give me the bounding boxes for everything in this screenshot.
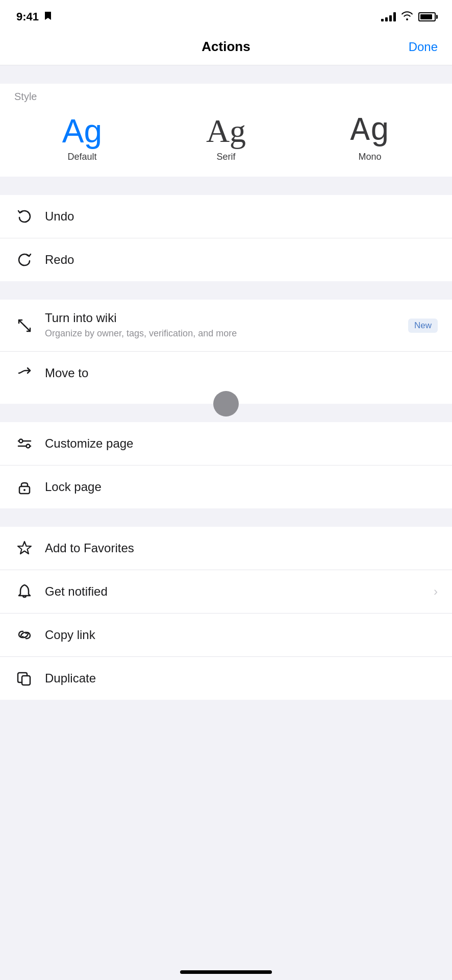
customize-page-item[interactable]: Customize page bbox=[0, 422, 452, 465]
customize-page-icon bbox=[14, 433, 35, 454]
style-option-mono[interactable]: Ag Mono bbox=[339, 115, 400, 162]
undo-label: Undo bbox=[45, 209, 74, 224]
add-to-favorites-item[interactable]: Add to Favorites bbox=[0, 527, 452, 570]
duplicate-item[interactable]: Duplicate bbox=[0, 657, 452, 700]
bell-icon bbox=[14, 581, 35, 602]
link-icon bbox=[14, 625, 35, 645]
get-notified-item[interactable]: Get notified › bbox=[0, 570, 452, 614]
status-icons bbox=[381, 11, 436, 22]
status-time: 9:41 bbox=[16, 10, 39, 23]
undo-icon bbox=[14, 206, 35, 227]
turn-into-wiki-item[interactable]: Turn into wiki Organize by owner, tags, … bbox=[0, 300, 452, 352]
style-options: Ag Default Ag Serif Ag Mono bbox=[0, 106, 452, 177]
home-indicator bbox=[180, 970, 272, 974]
style-ag-mono: Ag bbox=[350, 115, 390, 148]
lock-page-icon bbox=[14, 477, 35, 497]
done-button[interactable]: Done bbox=[409, 40, 438, 54]
undo-redo-section: Undo Redo bbox=[0, 195, 452, 281]
battery-icon bbox=[418, 12, 436, 21]
turn-into-wiki-icon bbox=[14, 315, 35, 336]
copy-link-item[interactable]: Copy link bbox=[0, 614, 452, 657]
scroll-indicator bbox=[213, 391, 239, 416]
bookmark-icon bbox=[44, 11, 52, 23]
get-notified-label: Get notified bbox=[45, 584, 108, 599]
lock-page-item[interactable]: Lock page bbox=[0, 465, 452, 508]
duplicate-icon bbox=[14, 668, 35, 689]
redo-label: Redo bbox=[45, 253, 74, 267]
wifi-icon bbox=[401, 11, 413, 22]
section-gap-1 bbox=[0, 65, 452, 84]
duplicate-label: Duplicate bbox=[45, 671, 96, 685]
redo-icon bbox=[14, 250, 35, 270]
svg-rect-7 bbox=[22, 676, 30, 685]
turn-into-wiki-sublabel: Organize by owner, tags, verification, a… bbox=[45, 327, 402, 340]
style-ag-serif: Ag bbox=[206, 115, 246, 148]
style-section: Style Ag Default Ag Serif Ag Mono bbox=[0, 84, 452, 177]
status-bar: 9:41 bbox=[0, 0, 452, 31]
page-title: Actions bbox=[202, 39, 250, 55]
get-notified-chevron-icon: › bbox=[434, 584, 438, 599]
lock-page-label: Lock page bbox=[45, 480, 102, 494]
customize-page-label: Customize page bbox=[45, 436, 133, 451]
undo-item[interactable]: Undo bbox=[0, 195, 452, 238]
style-option-serif[interactable]: Ag Serif bbox=[195, 115, 257, 162]
style-name-default: Default bbox=[67, 152, 96, 162]
style-ag-default: Ag bbox=[62, 115, 102, 148]
svg-point-5 bbox=[23, 489, 26, 491]
turn-into-wiki-label: Turn into wiki bbox=[45, 311, 402, 325]
move-to-label: Move to bbox=[45, 366, 88, 380]
actions-header: Actions Done bbox=[0, 31, 452, 65]
svg-point-3 bbox=[27, 445, 30, 448]
add-to-favorites-label: Add to Favorites bbox=[45, 541, 134, 555]
signal-icon bbox=[381, 12, 396, 21]
style-label: Style bbox=[0, 84, 452, 106]
favorites-section: Add to Favorites Get notified › Copy lin… bbox=[0, 527, 452, 700]
svg-marker-6 bbox=[18, 542, 31, 554]
style-option-default[interactable]: Ag Default bbox=[52, 115, 113, 162]
star-icon bbox=[14, 538, 35, 558]
redo-item[interactable]: Redo bbox=[0, 238, 452, 281]
turn-into-wiki-content: Turn into wiki Organize by owner, tags, … bbox=[45, 311, 402, 340]
customize-lock-section: Customize page Lock page bbox=[0, 422, 452, 508]
section-gap-3 bbox=[0, 281, 452, 300]
move-to-icon bbox=[14, 363, 35, 383]
new-badge: New bbox=[408, 318, 438, 333]
wiki-move-section: Turn into wiki Organize by owner, tags, … bbox=[0, 300, 452, 404]
style-name-mono: Mono bbox=[358, 152, 381, 162]
copy-link-label: Copy link bbox=[45, 628, 95, 642]
svg-point-2 bbox=[19, 439, 23, 443]
section-gap-2 bbox=[0, 177, 452, 195]
style-name-serif: Serif bbox=[216, 152, 235, 162]
bottom-spacer bbox=[0, 700, 452, 730]
section-gap-5 bbox=[0, 508, 452, 527]
move-to-item[interactable]: Move to bbox=[0, 352, 452, 404]
